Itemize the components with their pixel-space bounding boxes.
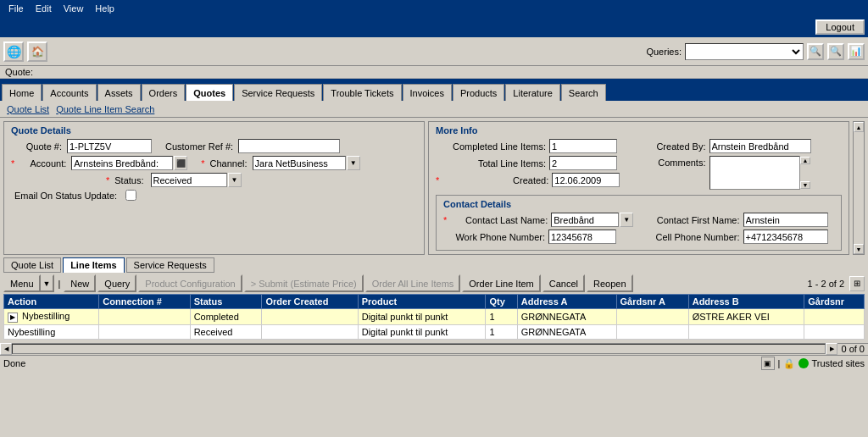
product-config-button[interactable]: Product Configuration xyxy=(138,274,242,292)
lock-icon: 🔒 xyxy=(783,358,795,369)
row2-address-a: GRØNNEGATA xyxy=(517,324,616,339)
vscroll-up[interactable]: ▲ xyxy=(854,122,864,132)
col-address-b: Address B xyxy=(688,295,804,309)
home-icon[interactable]: 🏠 xyxy=(27,41,47,62)
search-button-1[interactable]: 🔍 xyxy=(807,43,824,60)
vscroll-down[interactable]: ▼ xyxy=(854,244,864,254)
contact-details-title: Contact Details xyxy=(443,199,834,209)
quote-num-label: Quote #: xyxy=(11,141,62,152)
row2-product: Digital punkt til punkt xyxy=(358,324,486,339)
menu-arrow-button[interactable]: ▼ xyxy=(41,274,55,292)
work-phone-label: Work Phone Number: xyxy=(443,232,545,242)
tab-accounts[interactable]: Accounts xyxy=(42,84,96,101)
scroll-up-icon[interactable]: ▲ xyxy=(800,157,811,164)
subtab-quote-list[interactable]: Quote List xyxy=(7,104,49,114)
submit-button[interactable]: > Submit (Estimate Price) xyxy=(244,274,364,292)
channel-dropdown-icon[interactable]: ▼ xyxy=(347,156,360,170)
menu-view[interactable]: View xyxy=(58,2,89,15)
first-name-input[interactable] xyxy=(743,213,828,227)
app-breadcrumb: Quote: xyxy=(5,67,33,77)
first-name-label: Contact First Name: xyxy=(643,215,740,225)
last-name-label: Contact Last Name: xyxy=(450,215,548,225)
queries-dropdown[interactable] xyxy=(685,43,804,60)
reopen-button[interactable]: Reopen xyxy=(587,274,633,292)
order-line-button[interactable]: Order Line Item xyxy=(462,274,540,292)
order-all-button[interactable]: Order All Line Items xyxy=(365,274,461,292)
status-dropdown-icon[interactable]: ▼ xyxy=(228,173,242,187)
menu-edit[interactable]: Edit xyxy=(31,2,57,15)
row2-status: Received xyxy=(190,324,262,339)
col-status: Status xyxy=(190,295,262,309)
customer-ref-input[interactable] xyxy=(238,139,340,153)
col-gardsnr-a: Gårdsnr A xyxy=(616,295,688,309)
globe-icon[interactable]: 🌐 xyxy=(3,41,24,62)
comments-label: Comments: xyxy=(643,156,706,168)
col-order-created: Order Created xyxy=(262,295,358,309)
account-input[interactable] xyxy=(71,156,173,170)
last-name-input[interactable] xyxy=(551,213,619,227)
query-button[interactable]: Query xyxy=(97,274,136,292)
row1-expand-icon[interactable]: ▶ xyxy=(8,313,18,323)
account-picker-icon[interactable]: ⬛ xyxy=(174,156,187,170)
tab-orders[interactable]: Orders xyxy=(142,84,186,101)
logout-button[interactable]: Logout xyxy=(815,19,865,35)
tab-trouble-tickets[interactable]: Trouble Tickets xyxy=(323,84,401,101)
cell-phone-label: Cell Phone Number: xyxy=(643,232,740,242)
menu-help[interactable]: Help xyxy=(90,2,120,15)
scroll-down-icon[interactable]: ▼ xyxy=(800,181,811,189)
stats-icon[interactable]: 📊 xyxy=(848,43,865,60)
page-info: 1 - 2 of 2 xyxy=(808,279,844,289)
li-tab-line-items[interactable]: Line Items xyxy=(63,257,124,273)
page-nav-icon[interactable]: ⊞ xyxy=(849,276,865,291)
total-label: Total Line Items: xyxy=(436,158,546,169)
status-text: Done xyxy=(3,358,754,368)
cancel-button[interactable]: Cancel xyxy=(542,274,585,292)
tab-home[interactable]: Home xyxy=(2,84,42,101)
tab-quotes[interactable]: Quotes xyxy=(186,84,233,101)
row1-action: Nybestilling xyxy=(22,311,70,321)
account-label: Account: xyxy=(19,158,66,169)
created-label: Created: xyxy=(442,175,548,185)
queries-label: Queries: xyxy=(646,47,682,57)
hscroll-left[interactable]: ◀ xyxy=(0,343,12,355)
tab-invoices[interactable]: Invoices xyxy=(403,84,452,101)
tab-assets[interactable]: Assets xyxy=(97,84,141,101)
tab-service-requests[interactable]: Service Requests xyxy=(234,84,322,101)
col-address-a: Address A xyxy=(517,295,616,309)
li-tab-quote-list[interactable]: Quote List xyxy=(3,257,61,273)
row2-action: Nybestilling xyxy=(8,327,55,337)
quote-num-input[interactable] xyxy=(67,139,152,153)
channel-input[interactable] xyxy=(253,156,346,170)
created-input[interactable] xyxy=(552,173,620,187)
completed-input[interactable] xyxy=(549,139,617,153)
new-button[interactable]: New xyxy=(64,274,96,292)
menu-button[interactable]: Menu xyxy=(3,274,41,292)
menu-file[interactable]: File xyxy=(3,2,29,15)
tab-products[interactable]: Products xyxy=(453,84,504,101)
last-name-picker[interactable]: ▼ xyxy=(620,213,633,227)
email-label: Email On Status Update: xyxy=(14,191,117,201)
subtab-quote-line-item[interactable]: Quote Line Item Search xyxy=(56,104,154,114)
customer-ref-label: Customer Ref #: xyxy=(165,141,233,152)
comments-textarea[interactable] xyxy=(709,156,811,190)
more-info-title: More Info xyxy=(436,125,842,136)
created-by-input[interactable] xyxy=(709,139,811,153)
status-input[interactable] xyxy=(151,173,227,187)
row1-product: Digital punkt til punkt xyxy=(358,309,486,325)
trusted-label: Trusted sites xyxy=(811,358,865,368)
hscroll-right[interactable]: ▶ xyxy=(826,343,837,355)
created-by-label: Created By: xyxy=(643,141,706,152)
li-tab-service-requests[interactable]: Service Requests xyxy=(126,257,214,273)
page-view-icon[interactable]: ▣ xyxy=(761,357,775,370)
col-product: Product xyxy=(358,295,486,309)
tab-search[interactable]: Search xyxy=(561,84,606,101)
tab-literature[interactable]: Literature xyxy=(505,84,559,101)
completed-label: Completed Line Items: xyxy=(436,141,546,152)
total-input[interactable] xyxy=(549,156,617,170)
cell-phone-input[interactable] xyxy=(743,230,828,244)
email-checkbox[interactable] xyxy=(125,190,136,201)
page-count: 0 of 0 xyxy=(841,344,865,354)
col-gardsnr: Gårdsnr xyxy=(804,295,865,309)
search-button-2[interactable]: 🔍 xyxy=(827,43,844,60)
work-phone-input[interactable] xyxy=(548,230,616,244)
